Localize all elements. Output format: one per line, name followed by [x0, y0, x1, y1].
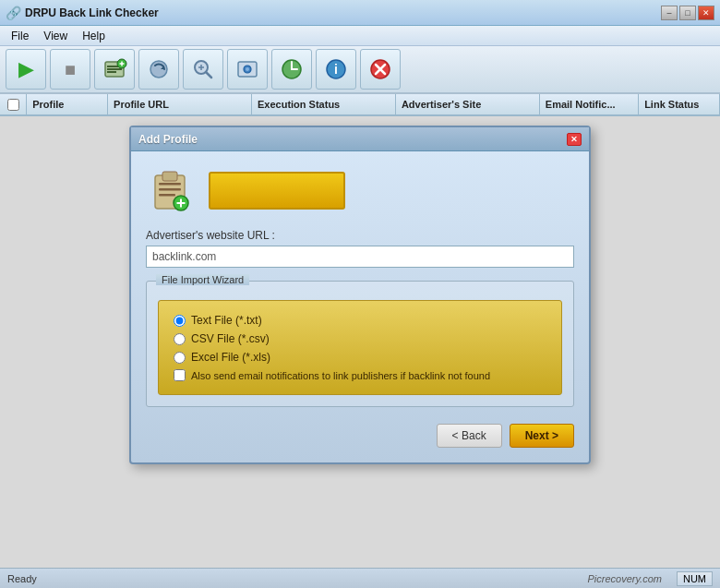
select-all-checkbox[interactable] — [7, 99, 19, 111]
col-url: Profile URL — [108, 94, 252, 114]
menu-help[interactable]: Help — [75, 28, 113, 44]
svg-rect-25 — [159, 188, 181, 191]
url-input[interactable] — [146, 246, 574, 268]
svg-rect-24 — [159, 183, 181, 186]
modal-title: Add Profile — [138, 133, 198, 146]
status-bar: Ready Picrecovery.com NUM — [0, 568, 720, 588]
num-indicator: NUM — [677, 571, 713, 586]
info-button[interactable]: i — [316, 49, 356, 90]
window-close-button[interactable]: ✕ — [698, 6, 714, 20]
radio-txt-input[interactable] — [174, 315, 186, 327]
play-button[interactable]: ▶ — [6, 49, 46, 90]
email-notify-option[interactable]: Also send email notifications to link pu… — [174, 369, 546, 381]
title-bar: 🔗 DRPU Back Link Checker – □ ✕ — [0, 0, 720, 26]
wizard-legend: File Import Wizard — [156, 274, 249, 285]
svg-rect-2 — [107, 68, 122, 70]
radio-xls[interactable]: Excel File (*.xls) — [174, 351, 546, 364]
stop-button[interactable]: ■ — [50, 49, 90, 90]
col-profile: Profile — [27, 94, 108, 114]
wizard-inner: Text File (*.txt) CSV File (*.csv) Excel… — [158, 300, 562, 395]
modal-header-section: Add Profile — [146, 166, 574, 214]
svg-text:i: i — [334, 62, 338, 77]
radio-csv-input[interactable] — [174, 333, 186, 345]
status-text: Ready — [7, 573, 37, 584]
clipboard-icon — [146, 166, 194, 214]
table-header: Profile Profile URL Execution Status Adv… — [0, 94, 720, 116]
toolbar: ▶ ■ — [0, 46, 720, 94]
svg-rect-23 — [162, 172, 177, 181]
app-icon: 🔗 — [6, 6, 21, 20]
col-adv: Advertiser's Site — [396, 94, 540, 114]
main-content: Profile Profile URL Execution Status Adv… — [0, 94, 720, 568]
col-email: Email Notific... — [540, 94, 639, 114]
svg-rect-26 — [159, 194, 175, 197]
add-profile-modal: Add Profile ✕ — [129, 126, 591, 464]
radio-xls-label[interactable]: Excel File (*.xls) — [191, 351, 270, 364]
email-notify-checkbox[interactable] — [174, 369, 186, 381]
col-link: Link Status — [639, 94, 720, 114]
search-button[interactable] — [183, 49, 223, 90]
refresh-button[interactable] — [138, 49, 179, 90]
wizard-buttons: < Back Next > — [146, 418, 574, 448]
url-label: Advertiser's website URL : — [146, 229, 574, 242]
header-checkbox-cell[interactable] — [0, 94, 27, 114]
modal-body: Add Profile Advertiser's website URL : F… — [131, 151, 589, 462]
status-right: Picrecovery.com NUM — [587, 571, 713, 586]
minimize-button[interactable]: – — [661, 6, 678, 20]
window-title: DRPU Back Link Checker — [25, 6, 159, 19]
svg-rect-3 — [107, 71, 116, 73]
svg-point-15 — [246, 67, 249, 71]
modal-heading: Add Profile — [209, 172, 345, 210]
toolbar-close-button[interactable] — [360, 49, 401, 90]
schedule-button[interactable] — [271, 49, 312, 90]
add-button[interactable] — [94, 49, 135, 90]
back-button[interactable]: < Back — [437, 424, 502, 448]
maximize-button[interactable]: □ — [679, 6, 696, 20]
wizard-section: File Import Wizard Text File (*.txt) CSV… — [146, 281, 574, 407]
radio-txt-label[interactable]: Text File (*.txt) — [191, 314, 262, 327]
radio-xls-input[interactable] — [174, 352, 186, 364]
window-controls: – □ ✕ — [661, 6, 714, 20]
email-notify-label[interactable]: Also send email notifications to link pu… — [191, 370, 490, 381]
watermark: Picrecovery.com — [587, 573, 661, 584]
radio-csv[interactable]: CSV File (*.csv) — [174, 332, 546, 345]
menu-view[interactable]: View — [36, 28, 75, 44]
modal-title-bar: Add Profile ✕ — [131, 127, 589, 151]
svg-line-10 — [206, 72, 211, 78]
settings-button[interactable] — [227, 49, 268, 90]
radio-txt[interactable]: Text File (*.txt) — [174, 314, 546, 327]
modal-close-button[interactable]: ✕ — [567, 133, 582, 146]
next-button[interactable]: Next > — [510, 424, 574, 448]
url-section: Advertiser's website URL : — [146, 229, 574, 268]
table-body: Add Profile ✕ — [0, 116, 720, 568]
menu-file[interactable]: File — [4, 28, 36, 44]
modal-overlay: Add Profile ✕ — [0, 116, 720, 568]
col-exec: Execution Status — [252, 94, 396, 114]
radio-csv-label[interactable]: CSV File (*.csv) — [191, 332, 270, 345]
menu-bar: File View Help — [0, 26, 720, 46]
